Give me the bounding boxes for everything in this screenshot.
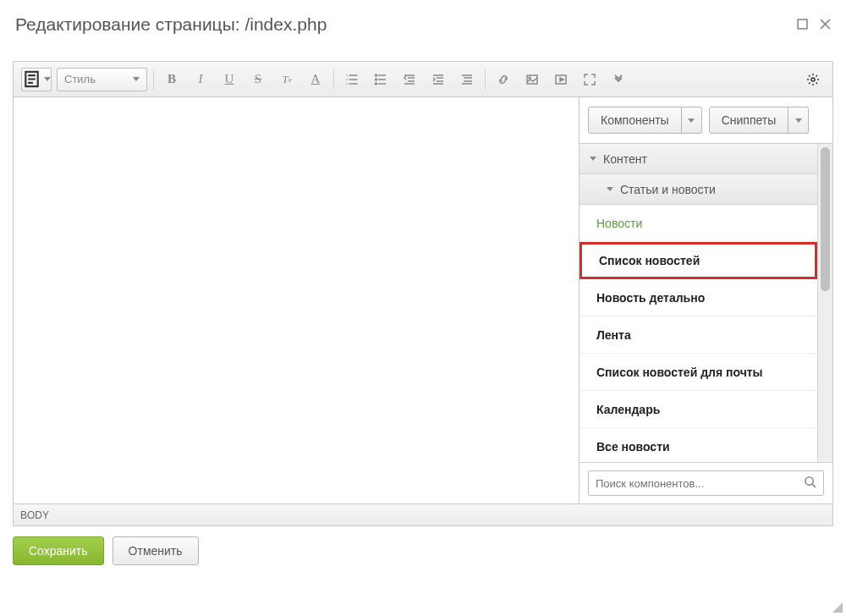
scrollbar[interactable] <box>817 144 832 462</box>
bold-button[interactable]: B <box>157 68 186 91</box>
fullscreen-button[interactable] <box>575 68 604 91</box>
outdent-button[interactable] <box>395 68 424 91</box>
indent-button[interactable] <box>424 68 453 91</box>
tree-item[interactable]: Календарь <box>580 391 817 428</box>
ordered-list-button[interactable] <box>338 68 366 91</box>
style-select-label: Стиль <box>64 73 96 85</box>
side-panel: Компоненты Сниппеты Контент <box>579 97 832 503</box>
link-button[interactable] <box>489 68 518 91</box>
svg-point-6 <box>529 77 530 79</box>
video-button[interactable] <box>547 68 575 91</box>
window-title: Редактирование страницы: /index.php <box>15 14 327 35</box>
style-select[interactable]: Стиль <box>57 68 147 91</box>
search-icon <box>804 476 816 491</box>
strike-button[interactable]: S <box>244 68 272 91</box>
separator <box>485 69 486 90</box>
italic-button[interactable]: I <box>186 68 215 91</box>
tree-item[interactable]: Новость детально <box>580 279 817 316</box>
status-bar: BODY <box>14 503 832 525</box>
text-color-button[interactable]: A <box>301 68 330 91</box>
chevron-down-icon <box>607 187 613 191</box>
tab-components-dropdown[interactable] <box>682 107 702 134</box>
svg-point-4 <box>376 83 377 85</box>
search-input[interactable] <box>596 477 804 490</box>
more-button[interactable] <box>604 68 633 91</box>
unordered-list-button[interactable] <box>366 68 395 91</box>
chevron-down-icon <box>44 77 51 81</box>
tree-item[interactable]: Все новости <box>580 428 817 462</box>
tree-section-label: Контент <box>603 152 647 166</box>
chevron-down-icon <box>795 118 802 123</box>
tree-item[interactable]: Список новостей <box>580 242 817 279</box>
svg-point-2 <box>376 74 377 76</box>
blockquote-button[interactable] <box>453 68 481 91</box>
tree-item[interactable]: Новости <box>580 205 817 242</box>
tree-section-content[interactable]: Контент <box>580 144 817 174</box>
close-icon[interactable] <box>820 18 831 32</box>
component-search[interactable] <box>588 470 824 496</box>
tab-components[interactable]: Компоненты <box>588 107 682 134</box>
editor-toolbar: Стиль B I U S Tx A <box>14 62 832 97</box>
scrollbar-thumb[interactable] <box>821 147 830 291</box>
maximize-icon[interactable] <box>797 18 808 32</box>
separator <box>153 69 154 90</box>
cancel-button[interactable]: Отменить <box>113 536 199 565</box>
clear-format-button[interactable]: Tx <box>272 68 301 91</box>
chevron-down-icon <box>133 77 140 81</box>
image-button[interactable] <box>518 68 547 91</box>
svg-point-3 <box>376 79 377 80</box>
separator <box>333 69 334 90</box>
svg-point-8 <box>811 78 815 81</box>
tree-item[interactable]: Список новостей для почты <box>580 354 817 391</box>
underline-button[interactable]: U <box>215 68 244 91</box>
svg-rect-0 <box>798 19 807 29</box>
settings-button[interactable] <box>799 68 827 91</box>
tree-item[interactable]: Лента <box>580 316 817 354</box>
tree-section-articles[interactable]: Статьи и новости <box>580 174 817 205</box>
chevron-down-icon <box>688 118 695 123</box>
tree-section-label: Статьи и новости <box>620 183 716 196</box>
status-path: BODY <box>20 509 49 521</box>
editor-content[interactable] <box>14 97 579 503</box>
chevron-down-icon <box>590 157 596 161</box>
save-button[interactable]: Сохранить <box>13 536 104 565</box>
document-mode-button[interactable] <box>21 68 52 91</box>
tab-snippets-dropdown[interactable] <box>788 107 809 134</box>
resize-grip[interactable] <box>831 601 843 613</box>
svg-point-9 <box>805 477 813 485</box>
tab-snippets[interactable]: Сниппеты <box>709 107 789 134</box>
